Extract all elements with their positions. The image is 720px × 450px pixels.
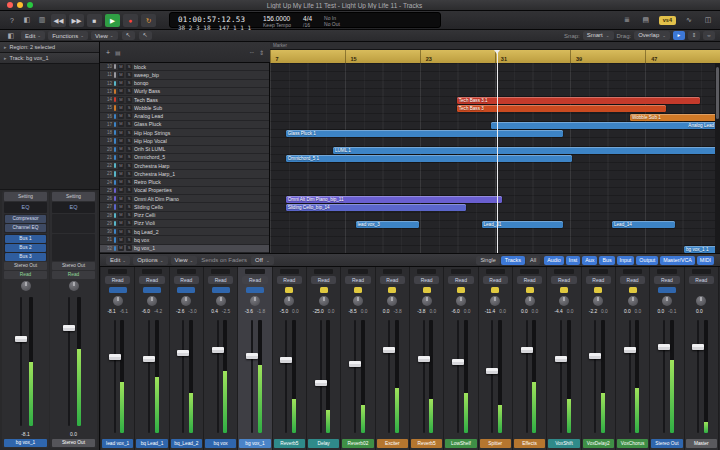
- solo-button[interactable]: S: [126, 154, 132, 160]
- track-row[interactable]: 13MSWurly Bass: [100, 88, 269, 96]
- track-row[interactable]: 28MSPizz Celli: [100, 212, 269, 220]
- mixer-view-menu[interactable]: View⌄: [171, 256, 198, 265]
- pan-knob[interactable]: [147, 296, 157, 306]
- fader-cap[interactable]: [658, 344, 670, 350]
- mixer-channel-strip[interactable]: Read0.0-3.8Exciter: [376, 267, 410, 450]
- group-slot[interactable]: [108, 269, 127, 274]
- volume-fader[interactable]: [547, 317, 580, 436]
- mixer-view-all-button[interactable]: All: [526, 256, 540, 265]
- region[interactable]: Glass Pluck 1: [286, 130, 563, 137]
- catch-playhead-icon[interactable]: ▸: [673, 31, 685, 40]
- group-slot[interactable]: [451, 269, 470, 274]
- mixer-options-menu[interactable]: Options⌄: [133, 256, 167, 265]
- solo-button[interactable]: S: [126, 64, 132, 70]
- region[interactable]: Sliding Cello_bip_14: [286, 204, 466, 211]
- filter-output-button[interactable]: Output: [636, 256, 658, 265]
- eq-thumbnail[interactable]: EQ: [4, 202, 47, 213]
- mixer-edit-menu[interactable]: Edit⌄: [106, 256, 130, 265]
- mute-button[interactable]: M: [118, 97, 124, 103]
- fader-cap[interactable]: [486, 368, 498, 374]
- solo-button[interactable]: S: [126, 229, 132, 235]
- mute-button[interactable]: M: [118, 80, 124, 86]
- volume-fader[interactable]: [2, 294, 49, 429]
- mute-button[interactable]: M: [118, 237, 124, 243]
- volume-fader[interactable]: [307, 317, 340, 436]
- group-slot[interactable]: [554, 269, 573, 274]
- mixer-channel-strip[interactable]: Read-5.00.0Reverb5: [273, 267, 307, 450]
- solo-button[interactable]: S: [126, 204, 132, 210]
- volume-fader[interactable]: [479, 317, 512, 436]
- mute-button[interactable]: M: [118, 64, 124, 70]
- scrollbar-thumb[interactable]: [716, 67, 719, 119]
- group-slot[interactable]: [486, 269, 505, 274]
- solo-button[interactable]: [491, 287, 499, 293]
- mixer-channel-strip[interactable]: Read0.0-0.1Stereo Out: [650, 267, 684, 450]
- solo-button[interactable]: [320, 287, 328, 293]
- region[interactable]: Omni Alt Dim Piano_bip_11: [286, 196, 502, 203]
- pan-knob[interactable]: [250, 296, 260, 306]
- record-button[interactable]: ●: [123, 14, 138, 27]
- volume-fader[interactable]: [513, 317, 546, 436]
- track-row[interactable]: 20MSOrih St LUML: [100, 146, 269, 154]
- track-row[interactable]: 22MSOrchestra Harp: [100, 162, 269, 170]
- filter-aux-button[interactable]: Aux: [582, 256, 597, 265]
- solo-button[interactable]: S: [126, 105, 132, 111]
- mute-button[interactable]: M: [118, 171, 124, 177]
- playhead[interactable]: [497, 50, 498, 253]
- automation-mode-button[interactable]: Read: [448, 276, 473, 284]
- automation-mode-button[interactable]: Read: [208, 276, 233, 284]
- track-row[interactable]: 31MSbq vox: [100, 236, 269, 244]
- mute-button[interactable]: M: [118, 163, 124, 169]
- pan-knob[interactable]: [69, 281, 79, 291]
- track-row[interactable]: 23MSOrchestra Harp_1: [100, 170, 269, 178]
- pan-knob[interactable]: [387, 296, 397, 306]
- solo-button[interactable]: [423, 287, 431, 293]
- automation-mode-button[interactable]: Read: [689, 276, 714, 284]
- input-monitoring-button[interactable]: [177, 287, 195, 293]
- volume-fader[interactable]: [341, 317, 374, 436]
- filter-inst-button[interactable]: Inst: [566, 256, 581, 265]
- volume-fader[interactable]: [50, 294, 97, 429]
- arrange-functions-menu[interactable]: Functions⌄: [48, 31, 88, 40]
- volume-fader[interactable]: [273, 317, 306, 436]
- filter-input-button[interactable]: Input: [617, 256, 635, 265]
- mixer-channel-strip[interactable]: Read-6.0-4.2bq Lead_1: [135, 267, 169, 450]
- group-slot[interactable]: [520, 269, 539, 274]
- track-row[interactable]: 11MSsweep_bip: [100, 71, 269, 79]
- track-row[interactable]: 18MSHip Hop Strings: [100, 129, 269, 137]
- solo-button[interactable]: S: [126, 196, 132, 202]
- sends-on-faders-menu[interactable]: Off ⌄: [251, 256, 274, 265]
- automation-mode-button[interactable]: Read: [551, 276, 576, 284]
- automation-mode-button[interactable]: Read: [654, 276, 679, 284]
- group-slot[interactable]: [314, 269, 333, 274]
- solo-button[interactable]: [526, 287, 534, 293]
- volume-fader[interactable]: [582, 317, 615, 436]
- region[interactable]: Tech Bass 3: [457, 105, 666, 112]
- fader-cap[interactable]: [452, 359, 464, 365]
- mixer-channel-strip[interactable]: Read-4.40.0VoxShift: [547, 267, 581, 450]
- audio-fx-slot[interactable]: Compressor: [5, 215, 46, 223]
- lcd-display[interactable]: 01:00:57:12.53 38 2 3 18 147 1 1 1 156.0…: [169, 12, 441, 28]
- fader-cap[interactable]: [349, 361, 361, 367]
- fader-cap[interactable]: [589, 353, 601, 359]
- arrange-view-menu[interactable]: View⌄: [91, 31, 118, 40]
- mixer-channel-strip[interactable]: Read-3.80.0Reverb5: [410, 267, 444, 450]
- group-slot[interactable]: [245, 269, 264, 274]
- pan-knob[interactable]: [319, 296, 329, 306]
- mixer-channel-strip[interactable]: Read-8.1-6.1lead vox_1: [101, 267, 135, 450]
- region-inspector-header[interactable]: ▸ Region: 2 selected: [0, 42, 99, 53]
- pan-knob[interactable]: [216, 296, 226, 306]
- automation-mode-button[interactable]: Read: [620, 276, 645, 284]
- mute-button[interactable]: M: [118, 229, 124, 235]
- solo-button[interactable]: [594, 287, 602, 293]
- send-slot[interactable]: Bus 2: [5, 244, 46, 252]
- track-row[interactable]: 26MSOmni Alt Dim Piano: [100, 195, 269, 203]
- track-row[interactable]: 25MSVocal Properties: [100, 187, 269, 195]
- automation-mode-button[interactable]: Read: [174, 276, 199, 284]
- left-click-tool-selector[interactable]: ↖: [122, 31, 135, 40]
- volume-fader[interactable]: [410, 317, 443, 436]
- pan-knob[interactable]: [456, 296, 466, 306]
- fader-cap[interactable]: [692, 344, 704, 350]
- automation-mode-button[interactable]: Read: [277, 276, 302, 284]
- region[interactable]: LUML 1: [333, 147, 720, 154]
